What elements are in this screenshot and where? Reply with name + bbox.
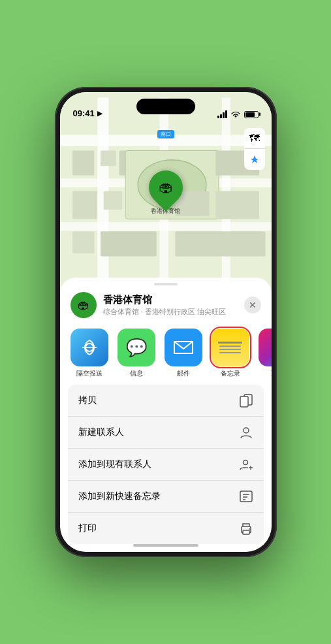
bottom-sheet: 🏟 香港体育馆 综合体育馆 · 香港特别行政区 油尖旺区 ✕ [60, 278, 272, 552]
share-airdrop[interactable]: 隔空投送 [71, 329, 108, 378]
status-icons [217, 110, 259, 118]
new-contact-icon [239, 425, 253, 440]
svg-point-24 [244, 428, 249, 433]
status-time: 09:41 ▶ [73, 108, 102, 118]
location-icon [250, 155, 259, 164]
svg-rect-16 [215, 191, 259, 219]
airdrop-icon [71, 329, 108, 366]
svg-rect-29 [240, 491, 252, 502]
svg-rect-11 [103, 191, 122, 210]
action-copy-label: 拷贝 [78, 394, 97, 406]
mail-icon [165, 329, 202, 366]
action-copy[interactable]: 拷贝 [68, 385, 264, 417]
svg-point-35 [249, 528, 250, 530]
share-notes[interactable]: 备忘录 [212, 329, 249, 378]
svg-rect-23 [240, 396, 248, 407]
map-north-label: 南口 [157, 130, 174, 138]
action-new-contact-label: 新建联系人 [78, 427, 124, 438]
svg-rect-34 [243, 530, 249, 534]
notes-label: 备忘录 [221, 369, 240, 378]
share-more[interactable]: 更多 [259, 329, 272, 378]
messages-icon: 💬 [118, 329, 155, 366]
share-mail[interactable]: 邮件 [165, 329, 202, 378]
wifi-icon [230, 110, 241, 118]
place-emoji: 🏟 [78, 298, 89, 312]
action-add-existing-label: 添加到现有联系人 [78, 459, 151, 470]
place-info: 香港体育馆 综合体育馆 · 香港特别行政区 油尖旺区 [103, 294, 244, 317]
more-icon [259, 329, 272, 366]
share-row: 隔空投送 💬 信息 邮件 [60, 323, 272, 381]
svg-rect-8 [100, 150, 116, 166]
phone-screen: 09:41 ▶ [60, 92, 272, 552]
map-type-button[interactable]: 🗺 [244, 128, 265, 149]
messages-label: 信息 [130, 369, 143, 378]
svg-point-25 [243, 460, 247, 465]
marker-pin: 🏟 [142, 163, 190, 212]
place-name: 香港体育馆 [103, 294, 244, 306]
battery-icon [244, 111, 259, 118]
stadium-marker: 🏟 香港体育馆 [149, 170, 183, 216]
place-description: 综合体育馆 · 香港特别行政区 油尖旺区 [103, 307, 244, 317]
action-add-notes[interactable]: 添加到新快速备忘录 [68, 481, 264, 513]
svg-rect-18 [100, 231, 156, 256]
notes-icon [212, 329, 249, 366]
action-add-notes-label: 添加到新快速备忘录 [78, 491, 161, 502]
action-print-label: 打印 [78, 523, 97, 534]
home-indicator [133, 544, 198, 547]
signal-bars [217, 110, 227, 118]
share-messages[interactable]: 💬 信息 [118, 329, 155, 378]
action-new-contact[interactable]: 新建联系人 [68, 417, 264, 449]
marker-emoji: 🏟 [159, 179, 173, 196]
svg-rect-7 [72, 150, 94, 175]
location-arrow-icon: ▶ [97, 110, 102, 117]
copy-icon [239, 393, 253, 408]
mail-label: 邮件 [177, 369, 190, 378]
dynamic-island [136, 99, 195, 114]
phone-frame: 09:41 ▶ [55, 87, 277, 557]
airdrop-label: 隔空投送 [76, 369, 102, 378]
action-print[interactable]: 打印 [68, 513, 264, 544]
map-controls: 🗺 [244, 128, 265, 170]
more-label: 更多 [271, 369, 272, 378]
location-button[interactable] [244, 149, 265, 170]
place-header: 🏟 香港体育馆 综合体育馆 · 香港特别行政区 油尖旺区 ✕ [60, 285, 272, 323]
add-contact-icon [239, 457, 253, 472]
action-add-existing[interactable]: 添加到现有联系人 [68, 449, 264, 481]
quick-notes-icon [239, 489, 253, 504]
svg-rect-19 [175, 231, 265, 256]
svg-rect-10 [72, 191, 97, 219]
print-icon [239, 521, 253, 536]
action-list: 拷贝 新建联系人 添加到现有联系人 [68, 385, 264, 544]
svg-rect-17 [72, 231, 94, 253]
place-icon: 🏟 [71, 292, 97, 318]
close-button[interactable]: ✕ [244, 297, 261, 314]
